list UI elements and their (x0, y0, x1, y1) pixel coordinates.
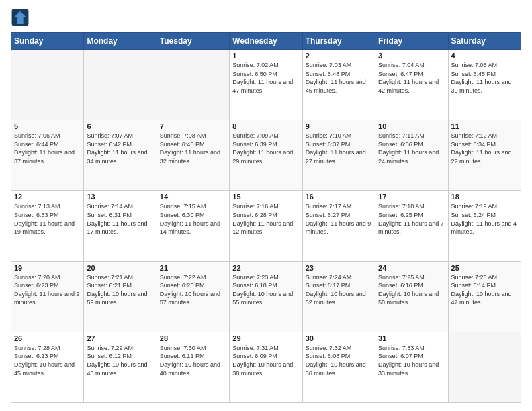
day-info: Sunrise: 7:23 AM Sunset: 6:18 PM Dayligh… (232, 273, 299, 307)
day-number: 14 (160, 193, 226, 201)
calendar-cell: 23Sunrise: 7:24 AM Sunset: 6:17 PM Dayli… (302, 261, 375, 332)
day-number: 29 (232, 334, 299, 342)
weekday-row: SundayMondayTuesdayWednesdayThursdayFrid… (11, 33, 521, 50)
calendar-cell: 3Sunrise: 7:04 AM Sunset: 6:47 PM Daylig… (375, 50, 448, 120)
calendar-cell (84, 50, 157, 120)
day-info: Sunrise: 7:03 AM Sunset: 6:48 PM Dayligh… (306, 61, 372, 95)
weekday-header-wednesday: Wednesday (230, 33, 302, 50)
logo (11, 8, 32, 27)
day-info: Sunrise: 7:02 AM Sunset: 6:50 PM Dayligh… (232, 61, 299, 95)
day-info: Sunrise: 7:31 AM Sunset: 6:09 PM Dayligh… (232, 344, 299, 377)
day-info: Sunrise: 7:28 AM Sunset: 6:13 PM Dayligh… (14, 344, 81, 377)
day-info: Sunrise: 7:15 AM Sunset: 6:30 PM Dayligh… (160, 202, 226, 236)
day-info: Sunrise: 7:05 AM Sunset: 6:45 PM Dayligh… (451, 61, 518, 95)
calendar-cell: 1Sunrise: 7:02 AM Sunset: 6:50 PM Daylig… (230, 50, 302, 120)
calendar-cell: 24Sunrise: 7:25 AM Sunset: 6:16 PM Dayli… (375, 261, 448, 332)
day-number: 20 (87, 264, 153, 272)
day-info: Sunrise: 7:10 AM Sunset: 6:37 PM Dayligh… (306, 132, 372, 165)
calendar-cell: 16Sunrise: 7:17 AM Sunset: 6:27 PM Dayli… (302, 191, 375, 261)
calendar-cell: 31Sunrise: 7:33 AM Sunset: 6:07 PM Dayli… (375, 332, 448, 402)
calendar-cell: 18Sunrise: 7:19 AM Sunset: 6:24 PM Dayli… (448, 191, 521, 261)
weekday-header-thursday: Thursday (302, 33, 375, 50)
day-info: Sunrise: 7:30 AM Sunset: 6:11 PM Dayligh… (160, 344, 226, 377)
day-info: Sunrise: 7:11 AM Sunset: 6:36 PM Dayligh… (378, 132, 445, 165)
day-number: 2 (306, 52, 372, 60)
calendar-cell: 15Sunrise: 7:16 AM Sunset: 6:28 PM Dayli… (230, 191, 302, 261)
day-number: 8 (232, 122, 299, 130)
calendar-week-2: 5Sunrise: 7:06 AM Sunset: 6:44 PM Daylig… (11, 120, 521, 191)
day-number: 9 (306, 122, 372, 130)
day-info: Sunrise: 7:08 AM Sunset: 6:40 PM Dayligh… (160, 132, 226, 165)
calendar-week-1: 1Sunrise: 7:02 AM Sunset: 6:50 PM Daylig… (11, 50, 521, 120)
day-number: 22 (232, 264, 299, 272)
day-info: Sunrise: 7:16 AM Sunset: 6:28 PM Dayligh… (232, 202, 299, 236)
day-number: 13 (87, 193, 153, 201)
calendar-cell: 4Sunrise: 7:05 AM Sunset: 6:45 PM Daylig… (448, 50, 521, 120)
day-number: 21 (160, 264, 226, 272)
weekday-header-tuesday: Tuesday (157, 33, 229, 50)
calendar-cell: 25Sunrise: 7:26 AM Sunset: 6:14 PM Dayli… (448, 261, 521, 332)
day-number: 25 (451, 264, 518, 272)
calendar-body: 1Sunrise: 7:02 AM Sunset: 6:50 PM Daylig… (11, 50, 521, 403)
weekday-header-friday: Friday (375, 33, 448, 50)
calendar-week-5: 26Sunrise: 7:28 AM Sunset: 6:13 PM Dayli… (11, 332, 521, 402)
day-number: 7 (160, 122, 226, 130)
day-number: 4 (451, 52, 518, 60)
calendar-week-4: 19Sunrise: 7:20 AM Sunset: 6:23 PM Dayli… (11, 261, 521, 332)
day-number: 6 (87, 122, 153, 130)
day-number: 26 (14, 334, 81, 342)
day-number: 31 (378, 334, 445, 342)
calendar-week-3: 12Sunrise: 7:13 AM Sunset: 6:33 PM Dayli… (11, 191, 521, 261)
day-info: Sunrise: 7:33 AM Sunset: 6:07 PM Dayligh… (378, 344, 445, 377)
calendar-header: SundayMondayTuesdayWednesdayThursdayFrid… (11, 33, 521, 50)
calendar-cell: 19Sunrise: 7:20 AM Sunset: 6:23 PM Dayli… (11, 261, 84, 332)
calendar-cell: 27Sunrise: 7:29 AM Sunset: 6:12 PM Dayli… (84, 332, 157, 402)
day-info: Sunrise: 7:14 AM Sunset: 6:31 PM Dayligh… (87, 202, 153, 236)
day-number: 10 (378, 122, 445, 130)
calendar-cell: 8Sunrise: 7:09 AM Sunset: 6:39 PM Daylig… (230, 120, 302, 191)
calendar-cell: 9Sunrise: 7:10 AM Sunset: 6:37 PM Daylig… (302, 120, 375, 191)
calendar-cell: 26Sunrise: 7:28 AM Sunset: 6:13 PM Dayli… (11, 332, 84, 402)
calendar-table: SundayMondayTuesdayWednesdayThursdayFrid… (11, 32, 521, 403)
day-info: Sunrise: 7:13 AM Sunset: 6:33 PM Dayligh… (14, 202, 81, 236)
day-number: 1 (232, 52, 299, 60)
day-info: Sunrise: 7:29 AM Sunset: 6:12 PM Dayligh… (87, 344, 153, 377)
day-info: Sunrise: 7:12 AM Sunset: 6:34 PM Dayligh… (451, 132, 518, 165)
day-info: Sunrise: 7:17 AM Sunset: 6:27 PM Dayligh… (306, 202, 372, 236)
day-info: Sunrise: 7:18 AM Sunset: 6:25 PM Dayligh… (378, 202, 445, 236)
calendar-cell: 10Sunrise: 7:11 AM Sunset: 6:36 PM Dayli… (375, 120, 448, 191)
day-info: Sunrise: 7:04 AM Sunset: 6:47 PM Dayligh… (378, 61, 445, 95)
weekday-header-sunday: Sunday (11, 33, 84, 50)
calendar-cell: 13Sunrise: 7:14 AM Sunset: 6:31 PM Dayli… (84, 191, 157, 261)
calendar-cell: 5Sunrise: 7:06 AM Sunset: 6:44 PM Daylig… (11, 120, 84, 191)
weekday-header-monday: Monday (84, 33, 157, 50)
calendar-cell (11, 50, 84, 120)
page: SundayMondayTuesdayWednesdayThursdayFrid… (0, 0, 532, 411)
day-number: 28 (160, 334, 226, 342)
day-number: 15 (232, 193, 299, 201)
calendar-cell: 28Sunrise: 7:30 AM Sunset: 6:11 PM Dayli… (157, 332, 229, 402)
day-number: 17 (378, 193, 445, 201)
day-info: Sunrise: 7:32 AM Sunset: 6:08 PM Dayligh… (306, 344, 372, 377)
day-number: 19 (14, 264, 81, 272)
weekday-header-saturday: Saturday (448, 33, 521, 50)
calendar-cell: 2Sunrise: 7:03 AM Sunset: 6:48 PM Daylig… (302, 50, 375, 120)
day-info: Sunrise: 7:20 AM Sunset: 6:23 PM Dayligh… (14, 273, 81, 307)
calendar-cell: 17Sunrise: 7:18 AM Sunset: 6:25 PM Dayli… (375, 191, 448, 261)
calendar-cell: 20Sunrise: 7:21 AM Sunset: 6:21 PM Dayli… (84, 261, 157, 332)
header (11, 8, 521, 27)
day-number: 16 (306, 193, 372, 201)
calendar-cell (448, 332, 521, 402)
calendar-cell: 14Sunrise: 7:15 AM Sunset: 6:30 PM Dayli… (157, 191, 229, 261)
day-info: Sunrise: 7:21 AM Sunset: 6:21 PM Dayligh… (87, 273, 153, 307)
calendar-cell: 21Sunrise: 7:22 AM Sunset: 6:20 PM Dayli… (157, 261, 229, 332)
day-info: Sunrise: 7:24 AM Sunset: 6:17 PM Dayligh… (306, 273, 372, 307)
calendar-cell: 30Sunrise: 7:32 AM Sunset: 6:08 PM Dayli… (302, 332, 375, 402)
day-number: 18 (451, 193, 518, 201)
day-info: Sunrise: 7:19 AM Sunset: 6:24 PM Dayligh… (451, 202, 518, 236)
day-info: Sunrise: 7:09 AM Sunset: 6:39 PM Dayligh… (232, 132, 299, 165)
day-number: 24 (378, 264, 445, 272)
day-info: Sunrise: 7:06 AM Sunset: 6:44 PM Dayligh… (14, 132, 81, 165)
day-number: 30 (306, 334, 372, 342)
day-number: 5 (14, 122, 81, 130)
